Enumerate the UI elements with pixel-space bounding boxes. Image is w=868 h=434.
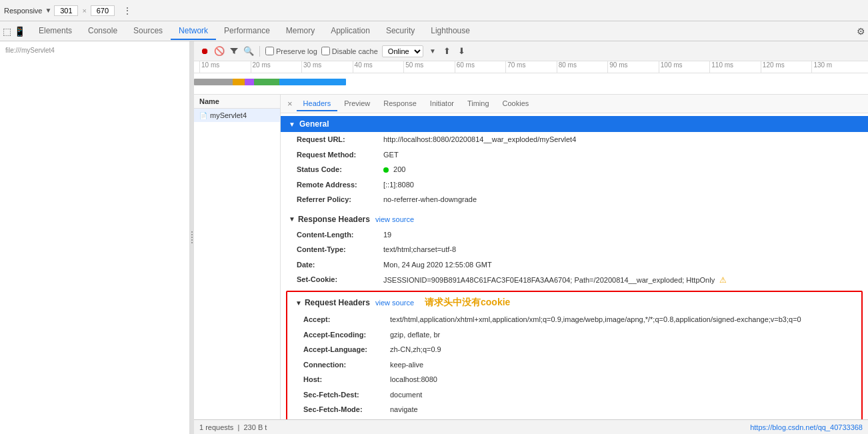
ruler-mark-20ms: 20 ms [251,61,302,73]
toolbar-divider [259,46,260,57]
response-headers-arrow: ▼ [289,215,295,223]
request-connection: Connection: keep-alive [287,357,861,373]
responsive-selector[interactable]: Responsive ▼ 301 × 670 ⋮ [4,5,132,16]
search-icon[interactable]: 🔍 [243,46,254,57]
tab-lighthouse[interactable]: Lighthouse [423,23,478,40]
status-requests: 1 requests | 230 B t [199,423,267,431]
host-key: Host: [303,374,390,385]
response-headers-header[interactable]: ▼ Response Headers view source [281,211,868,227]
waterfall-connect [233,79,246,85]
request-headers-header[interactable]: ▼ Request Headers view source 请求头中没有cook… [287,293,861,312]
throttle-select[interactable]: Online [382,45,423,57]
detail-content: ▼ General Request URL: http://localhost:… [281,113,868,419]
response-content-type: Content-Type: text/html;charset=utf-8 [281,242,868,257]
request-sec-fetch-mode: Sec-Fetch-Mode: navigate [287,402,861,417]
tab-security[interactable]: Security [378,23,423,40]
detail-tab-initiator[interactable]: Initiator [423,97,461,111]
sec-fetch-mode-key: Sec-Fetch-Mode: [303,404,390,415]
more-options-icon[interactable]: ⋮ [123,5,132,16]
request-headers-title: Request Headers [305,298,370,307]
referrer-policy-value: no-referrer-when-downgrade [383,194,477,205]
dropdown-icon: ▼ [45,7,51,14]
devtools-top-bar: Responsive ▼ 301 × 670 ⋮ [0,0,868,21]
response-date: Date: Mon, 24 Aug 2020 12:55:08 GMT [281,257,868,273]
status-bar: 1 requests | 230 B t https://blog.csdn.n… [194,419,868,434]
accept-encoding-value: gzip, deflate, br [390,329,440,341]
ruler-mark-40ms: 40 ms [353,61,404,73]
waterfall-dns [194,79,234,85]
import-icon[interactable]: ⬆ [442,46,453,57]
status-code-value: 200 [383,164,405,175]
record-button[interactable]: ⏺ [199,46,210,57]
preview-content: file:///myServlet4 [0,41,189,434]
main-layout: file:///myServlet4 ⏺ 🚫 🔍 Preserve log Di… [0,41,868,434]
detail-tab-headers[interactable]: Headers [297,97,338,111]
network-toolbar: ⏺ 🚫 🔍 Preserve log Disable cache Online … [194,41,868,61]
ruler-mark-10ms: 10 ms [199,61,251,73]
status-url: https://blog.csdn.net/qq_40733368 [750,423,863,431]
tab-elements[interactable]: Elements [31,23,80,40]
general-section-header[interactable]: ▼ General [281,116,868,132]
detail-close-button[interactable]: × [283,96,297,111]
width-input[interactable]: 301 [54,5,78,16]
detail-tab-response[interactable]: Response [377,97,423,111]
general-arrow: ▼ [289,121,295,128]
settings-icon[interactable]: ⚙ [857,26,865,37]
set-cookie-value: JSESSIONID=909B891A48C61FAC3F0E418FA3AA6… [383,274,727,286]
filter-icon[interactable] [229,46,239,57]
sec-fetch-mode-value: navigate [390,404,418,415]
general-referrer-policy: Referrer Policy: no-referrer-when-downgr… [281,192,868,207]
response-headers-view-source[interactable]: view source [375,215,414,223]
general-request-method: Request Method: GET [281,147,868,163]
export-icon[interactable]: ⬇ [457,46,467,57]
tab-console[interactable]: Console [80,23,125,40]
throttle-dropdown-icon[interactable]: ▼ [427,46,438,57]
file-list-header: Name [194,95,280,109]
cursor-icon[interactable]: ⬚ [3,26,11,37]
connection-key: Connection: [303,359,390,371]
tab-memory[interactable]: Memory [278,23,323,40]
timeline-bar: 10 ms 20 ms 30 ms 40 ms 50 ms 60 ms 70 m… [194,61,868,95]
date-value: Mon, 24 Aug 2020 12:55:08 GMT [383,259,492,271]
ruler-mark-90ms: 90 ms [607,61,659,73]
device-icon[interactable]: 📱 [14,26,25,37]
general-request-url: Request URL: http://localhost:8080/20200… [281,132,868,147]
preserve-log-checkbox[interactable]: Preserve log [265,47,317,55]
file-icon: 📄 [199,112,207,119]
preview-pane: file:///myServlet4 [0,41,190,434]
clear-button[interactable]: 🚫 [214,46,225,57]
disable-cache-checkbox[interactable]: Disable cache [321,47,378,55]
tab-application[interactable]: Application [323,23,378,40]
accept-language-key: Accept-Language: [303,344,390,355]
ruler-mark-80ms: 80 ms [557,61,608,73]
network-section: ⏺ 🚫 🔍 Preserve log Disable cache Online … [194,41,868,434]
content-length-value: 19 [383,229,391,241]
tab-network[interactable]: Network [171,23,216,40]
content-type-key: Content-Type: [297,244,383,255]
request-headers-arrow: ▼ [295,299,302,307]
request-accept-encoding: Accept-Encoding: gzip, deflate, br [287,327,861,343]
ruler-mark-70ms: 70 ms [505,61,557,73]
detail-panel: × Headers Preview Response Initiator Tim… [281,95,868,419]
connection-value: keep-alive [390,359,423,371]
request-url-value: http://localhost:8080/20200814__war_expl… [383,134,576,145]
request-sec-fetch-dest: Sec-Fetch-Dest: document [287,387,861,403]
request-headers-view-source[interactable]: view source [375,299,414,307]
detail-tab-cookies[interactable]: Cookies [496,97,536,111]
detail-tab-preview[interactable]: Preview [337,97,377,111]
detail-tab-timing[interactable]: Timing [461,97,496,111]
height-input[interactable]: 670 [91,5,115,16]
tab-sources[interactable]: Sources [125,23,171,40]
ruler-mark-30ms: 30 ms [301,61,353,73]
request-accept-language: Accept-Language: zh-CN,zh;q=0.9 [287,342,861,357]
ruler-mark-100ms: 100 ms [659,61,710,73]
file-item-myservlet4[interactable]: 📄 myServlet4 [194,109,280,122]
tab-performance[interactable]: Performance [216,23,278,40]
content-length-key: Content-Length: [297,229,383,241]
accept-key: Accept: [303,314,390,325]
waterfall-request [254,79,281,85]
referrer-policy-key: Referrer Policy: [297,194,383,205]
general-title: General [299,119,329,129]
date-key: Date: [297,259,383,271]
ruler-mark-60ms: 60 ms [455,61,506,73]
